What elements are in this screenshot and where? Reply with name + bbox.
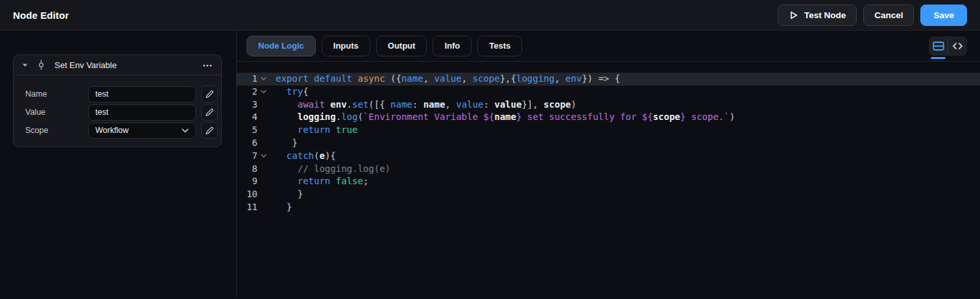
code-text: // logging.log(e)	[276, 163, 390, 176]
node-card-header: Set Env Variable ⋯	[14, 55, 221, 75]
ellipsis-icon[interactable]: ⋯	[202, 60, 213, 70]
topbar-actions: Test Node Cancel Save	[778, 5, 967, 26]
main-panel: Node LogicInputsOutputInfoTests	[237, 30, 980, 298]
field-row-scope: ScopeWorkflow	[25, 121, 221, 139]
code-text: logging.log(`Environment Variable ${name…	[276, 111, 735, 124]
fold-chevron-icon[interactable]	[257, 154, 269, 158]
code-text: try{	[276, 86, 309, 99]
code-line-2[interactable]: 2 try{	[237, 86, 980, 99]
line-number: 5	[237, 124, 257, 137]
split-view-icon	[933, 41, 944, 51]
code-text: export default async ({name, value, scop…	[276, 73, 620, 86]
active-view-indicator	[931, 57, 946, 59]
field-value: test	[95, 108, 108, 117]
chevron-down-icon	[182, 128, 189, 133]
left-panel: Set Env Variable ⋯ Nametest Valuetest Sc…	[0, 30, 237, 298]
pencil-icon	[205, 126, 214, 135]
tab-node-logic[interactable]: Node Logic	[246, 36, 316, 56]
code-line-10[interactable]: 10 }	[237, 188, 980, 201]
code-text: return false;	[276, 175, 368, 188]
pencil-icon	[205, 90, 214, 99]
line-number: 9	[237, 175, 257, 188]
field-label: Value	[25, 108, 88, 117]
field-value: test	[95, 90, 108, 99]
node-card: Set Env Variable ⋯ Nametest Valuetest Sc…	[13, 54, 222, 147]
code-text: }	[276, 137, 298, 150]
view-toggle	[929, 36, 967, 56]
field-row-value: Valuetest	[25, 103, 221, 121]
code-text: return true	[276, 124, 357, 137]
topbar: Node Editor Test Node Cancel Save	[0, 0, 980, 30]
collapse-chevron-icon[interactable]	[22, 63, 28, 67]
line-number: 10	[237, 188, 257, 201]
code-line-8[interactable]: 8 // logging.log(e)	[237, 163, 980, 176]
node-card-title: Set Env Variable	[54, 60, 117, 70]
play-icon	[789, 10, 798, 20]
save-button[interactable]: Save	[920, 5, 967, 26]
line-number: 4	[237, 111, 257, 124]
tab-tests[interactable]: Tests	[477, 36, 522, 56]
tabs-row: Node LogicInputsOutputInfoTests	[237, 30, 980, 62]
line-number: 1	[237, 73, 257, 86]
code-text: }	[276, 188, 303, 201]
code-line-4[interactable]: 4 logging.log(`Environment Variable ${na…	[237, 111, 980, 124]
fold-chevron-icon[interactable]	[257, 90, 269, 94]
tab-output[interactable]: Output	[376, 36, 427, 56]
edit-value-button[interactable]	[201, 104, 218, 121]
tab-bar: Node LogicInputsOutputInfoTests	[246, 36, 522, 56]
code-line-6[interactable]: 6 }	[237, 137, 980, 150]
code-line-3[interactable]: 3 await env.set([{ name: name, value: va…	[237, 99, 980, 112]
code-line-1[interactable]: 1 export default async ({name, value, sc…	[237, 73, 980, 86]
test-node-button[interactable]: Test Node	[778, 5, 857, 26]
line-number: 6	[237, 137, 257, 150]
cancel-button[interactable]: Cancel	[863, 5, 914, 26]
name-input[interactable]: test	[88, 86, 196, 102]
value-input[interactable]: test	[88, 104, 196, 121]
commit-node-icon	[36, 60, 46, 70]
code-line-9[interactable]: 9 return false;	[237, 175, 980, 188]
tab-info[interactable]: Info	[433, 36, 472, 56]
line-number: 11	[237, 201, 257, 214]
line-number: 2	[237, 86, 257, 99]
code-view-icon	[952, 42, 963, 51]
code-line-11[interactable]: 11 }	[237, 201, 980, 214]
code-line-5[interactable]: 5 return true	[237, 124, 980, 137]
line-number: 7	[237, 150, 257, 163]
field-value: Workflow	[95, 126, 128, 135]
field-label: Scope	[25, 126, 88, 135]
fold-chevron-icon[interactable]	[257, 77, 269, 81]
code-view-toggle[interactable]	[948, 36, 967, 56]
split-view-toggle[interactable]	[929, 36, 948, 56]
code-text: }	[276, 201, 292, 214]
body: Set Env Variable ⋯ Nametest Valuetest Sc…	[0, 30, 980, 298]
pencil-icon	[205, 108, 214, 117]
field-label: Name	[25, 90, 88, 99]
code-text: catch(e){	[276, 150, 336, 163]
edit-name-button[interactable]	[201, 86, 218, 102]
page-title: Node Editor	[13, 10, 69, 21]
tab-inputs[interactable]: Inputs	[322, 36, 370, 56]
field-row-name: Nametest	[25, 85, 221, 103]
code-editor[interactable]: 1 export default async ({name, value, sc…	[237, 62, 980, 298]
line-number: 3	[237, 99, 257, 112]
line-number: 8	[237, 163, 257, 176]
node-card-fields: Nametest Valuetest ScopeWorkflow	[14, 75, 221, 147]
edit-scope-button[interactable]	[201, 122, 218, 139]
code-line-7[interactable]: 7 catch(e){	[237, 150, 980, 163]
test-node-label: Test Node	[804, 10, 846, 20]
code-text: await env.set([{ name: name, value: valu…	[276, 99, 577, 112]
scope-select[interactable]: Workflow	[88, 123, 196, 139]
